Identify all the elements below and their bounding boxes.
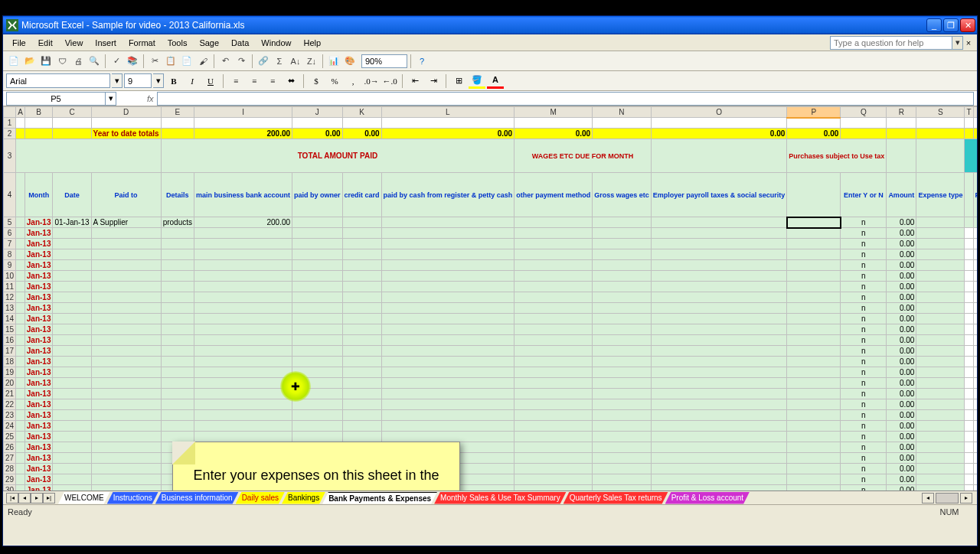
row-header-13[interactable]: 13	[4, 303, 16, 314]
cell-K11[interactable]	[342, 282, 381, 292]
cell-Q17[interactable]: n	[841, 346, 887, 357]
cell-S7[interactable]	[916, 239, 965, 249]
cell-B6[interactable]: Jan-13	[24, 228, 53, 239]
cell-D20[interactable]	[91, 378, 161, 389]
font-dropdown-icon[interactable]: ▾	[112, 73, 122, 88]
name-box[interactable]	[6, 92, 106, 106]
col-header-K[interactable]: K	[342, 107, 381, 118]
cell-R29[interactable]: 0.00	[887, 474, 916, 485]
cell-T12[interactable]	[965, 292, 973, 303]
cell-D7[interactable]	[91, 239, 161, 249]
cell-T5[interactable]	[965, 217, 973, 228]
cell-J17[interactable]	[292, 346, 343, 357]
cell-J19[interactable]	[292, 367, 343, 378]
cell-U30[interactable]: -	[973, 485, 977, 491]
cell-A7[interactable]	[16, 239, 25, 249]
cell-T29[interactable]	[965, 474, 973, 485]
cell-U12[interactable]: -	[973, 292, 977, 303]
cell-L22[interactable]	[381, 399, 514, 410]
cell-B14[interactable]: Jan-13	[24, 314, 53, 324]
cell-D23[interactable]	[91, 410, 161, 421]
cell-L24[interactable]	[381, 421, 514, 432]
cell-R19[interactable]: 0.00	[887, 367, 916, 378]
cell-K6[interactable]	[342, 228, 381, 239]
cell-J6[interactable]	[292, 228, 343, 239]
cell-K21[interactable]	[342, 389, 381, 399]
cut-icon[interactable]: ✂	[147, 54, 162, 69]
cell-K16[interactable]	[342, 335, 381, 346]
sheet-tab-quarterly-sales-tax-returns[interactable]: Quarterly Sales Tax returns	[564, 492, 668, 504]
col-header-D[interactable]: D	[91, 107, 161, 118]
cell-J5[interactable]	[292, 217, 343, 228]
cell-J24[interactable]	[292, 421, 343, 432]
cell-T11[interactable]	[965, 282, 973, 292]
cell-M7[interactable]	[514, 239, 593, 249]
cell-R28[interactable]: 0.00	[887, 464, 916, 474]
cell-P24[interactable]	[787, 421, 841, 432]
cell-M30[interactable]	[514, 485, 593, 491]
row-header-23[interactable]: 23	[4, 410, 16, 421]
cell-P23[interactable]	[787, 410, 841, 421]
cell-E19[interactable]	[161, 367, 194, 378]
cell-P6[interactable]	[787, 228, 841, 239]
cell-I19[interactable]	[194, 367, 292, 378]
cell-N28[interactable]	[593, 464, 652, 474]
minimize-button[interactable]: _	[926, 18, 942, 32]
cell-B28[interactable]: Jan-13	[24, 464, 53, 474]
cell-B9[interactable]: Jan-13	[24, 260, 53, 271]
cell-C7[interactable]	[53, 239, 91, 249]
cell-N15[interactable]	[593, 324, 652, 335]
row-header-6[interactable]: 6	[4, 228, 16, 239]
cell-S20[interactable]	[916, 378, 965, 389]
cell-D17[interactable]	[91, 346, 161, 357]
cell-T19[interactable]	[965, 367, 973, 378]
redo-icon[interactable]: ↷	[234, 54, 249, 69]
row-header-18[interactable]: 18	[4, 357, 16, 367]
cell-D26[interactable]	[91, 442, 161, 453]
cell-I24[interactable]	[194, 421, 292, 432]
cell-Q7[interactable]: n	[841, 239, 887, 249]
cell-E20[interactable]	[161, 378, 194, 389]
cell-J7[interactable]	[292, 239, 343, 249]
cell-K12[interactable]	[342, 292, 381, 303]
cell-Q18[interactable]: n	[841, 357, 887, 367]
cell-J20[interactable]	[292, 378, 343, 389]
cell-E13[interactable]	[161, 303, 194, 314]
cell-I25[interactable]	[194, 432, 292, 442]
col-header-I[interactable]: I	[194, 107, 292, 118]
cell-A20[interactable]	[16, 378, 25, 389]
cell-R13[interactable]: 0.00	[887, 303, 916, 314]
align-center-icon[interactable]: ≡	[246, 73, 263, 89]
cell-N29[interactable]	[593, 474, 652, 485]
cell-K14[interactable]	[342, 314, 381, 324]
cell-J21[interactable]	[292, 389, 343, 399]
cell-R18[interactable]: 0.00	[887, 357, 916, 367]
cell-U15[interactable]: -	[973, 324, 977, 335]
cell-A25[interactable]	[16, 432, 25, 442]
merge-icon[interactable]: ⬌	[283, 73, 299, 89]
cell-M23[interactable]	[514, 410, 593, 421]
cell-N10[interactable]	[593, 271, 652, 282]
cell-B8[interactable]: Jan-13	[24, 249, 53, 260]
cell-Q21[interactable]: n	[841, 389, 887, 399]
cell-Q24[interactable]: n	[841, 421, 887, 432]
sheet-tab-business-information[interactable]: Business information	[155, 492, 239, 504]
undo-icon[interactable]: ↶	[217, 54, 233, 69]
cell-A24[interactable]	[16, 421, 25, 432]
cell-R26[interactable]: 0.00	[887, 442, 916, 453]
cell-J23[interactable]	[292, 410, 343, 421]
cell-M19[interactable]	[514, 367, 593, 378]
cell-E6[interactable]	[161, 228, 194, 239]
row-header-8[interactable]: 8	[4, 249, 16, 260]
cell-S29[interactable]	[916, 474, 965, 485]
cell-O10[interactable]	[651, 271, 787, 282]
cell-D15[interactable]	[91, 324, 161, 335]
cell-P5[interactable]	[787, 217, 841, 228]
cell-R25[interactable]: 0.00	[887, 432, 916, 442]
col-header-B[interactable]: B	[24, 107, 53, 118]
cell-A22[interactable]	[16, 399, 25, 410]
cell-Q10[interactable]: n	[841, 271, 887, 282]
hscroll-right-icon[interactable]: ▸	[960, 493, 972, 503]
cell-L23[interactable]	[381, 410, 514, 421]
cell-Q29[interactable]: n	[841, 474, 887, 485]
